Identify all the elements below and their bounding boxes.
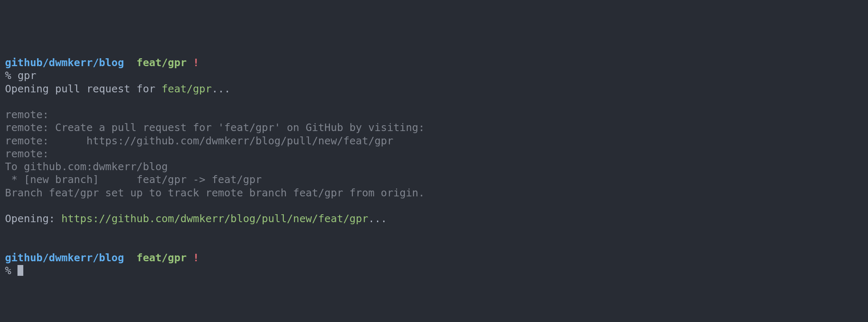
remote-line: remote: Create a pull request for 'feat/… [5, 121, 424, 134]
push-line: * [new branch] feat/gpr -> feat/gpr [5, 173, 262, 186]
output-line: Opening pull request for [5, 83, 161, 95]
prompt-branch: feat/gpr [136, 252, 186, 264]
branch-name: feat/gpr [161, 83, 211, 95]
entered-command: gpr [17, 69, 36, 82]
output-line: ... [368, 213, 387, 225]
prompt-symbol: % [5, 69, 11, 82]
prompt-dirty-indicator: ! [193, 57, 199, 69]
push-line: To github.com:dwmkerr/blog [5, 161, 168, 173]
terminal-window[interactable]: { "prompt1": { "path": "github/dwmkerr/b… [0, 0, 868, 322]
prompt-branch: feat/gpr [136, 57, 186, 69]
output-line: ... [212, 83, 231, 95]
prompt-path: github/dwmkerr/blog [5, 252, 124, 264]
prompt-symbol: % [5, 265, 11, 277]
output-line: Opening: [5, 213, 61, 225]
prompt-path: github/dwmkerr/blog [5, 57, 124, 69]
pr-url: https://github.com/dwmkerr/blog/pull/new… [61, 213, 368, 225]
remote-line: remote: https://github.com/dwmkerr/blog/… [5, 135, 393, 147]
prompt-dirty-indicator: ! [193, 252, 199, 264]
terminal-output: github/dwmkerr/blog feat/gpr ! % gpr Ope… [5, 56, 863, 277]
push-line: Branch feat/gpr set up to track remote b… [5, 187, 424, 199]
remote-line: remote: [5, 148, 49, 160]
remote-line: remote: [5, 109, 49, 121]
cursor[interactable] [17, 265, 23, 276]
